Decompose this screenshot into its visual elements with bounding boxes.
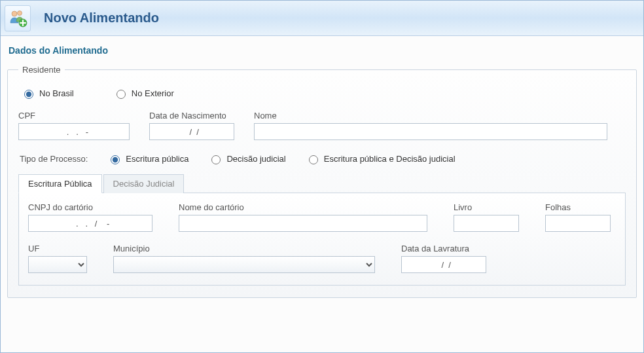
radio-label-ambos: Escritura pública e Decisão judicial <box>324 154 456 164</box>
label-municipio: Município <box>113 244 375 253</box>
tab-panel-escritura: CNPJ do cartório Nome do cartório Livro … <box>18 193 626 286</box>
label-data-lavratura: Data da Lavratura <box>401 244 486 253</box>
panel-row-1: CNPJ do cartório Nome do cartório Livro … <box>28 202 616 232</box>
field-cpf: CPF <box>18 111 130 140</box>
page-title: Novo Alimentando <box>44 10 159 26</box>
label-cpf: CPF <box>18 111 130 121</box>
radio-group-residente: No Brasil No Exterior <box>21 88 626 99</box>
tab-decisao-judicial[interactable]: Decisão Judicial <box>103 174 185 193</box>
select-municipio[interactable] <box>113 256 375 273</box>
svg-point-0 <box>12 11 17 16</box>
radio-label-no-brasil: No Brasil <box>39 88 74 98</box>
radio-no-brasil[interactable]: No Brasil <box>21 88 74 99</box>
svg-point-1 <box>18 10 22 15</box>
label-cnpj-cartorio: CNPJ do cartório <box>28 202 152 212</box>
input-data-lavratura[interactable] <box>401 256 486 273</box>
tabs-container: Escritura Pública Decisão Judicial <box>18 174 626 193</box>
radio-label-escritura: Escritura pública <box>126 154 188 164</box>
radio-decisao-judicial[interactable]: Decisão judicial <box>208 153 285 164</box>
field-data-nascimento: Data de Nascimento <box>149 111 234 140</box>
input-cnpj-cartorio[interactable] <box>28 215 152 232</box>
header-bar: Novo Alimentando <box>1 1 643 36</box>
label-livro: Livro <box>454 202 519 212</box>
section-title: Dados do Alimentando <box>9 45 637 56</box>
radio-input-escritura[interactable] <box>111 155 120 164</box>
input-folhas[interactable] <box>545 215 611 232</box>
tipo-processo-row: Tipo de Processo: Escritura pública Deci… <box>20 153 626 164</box>
window-frame: Novo Alimentando Dados do Alimentando Re… <box>0 0 644 353</box>
radio-escritura-decisao[interactable]: Escritura pública e Decisão judicial <box>306 153 456 164</box>
radio-input-decisao[interactable] <box>211 155 221 164</box>
label-folhas: Folhas <box>545 202 611 212</box>
tab-escritura-publica[interactable]: Escritura Pública <box>18 174 102 193</box>
field-folhas: Folhas <box>545 202 611 232</box>
legend-residente: Residente <box>18 65 65 75</box>
field-uf: UF <box>28 244 87 273</box>
field-livro: Livro <box>454 202 519 232</box>
fieldset-residente: Residente No Brasil No Exterior CPF Data <box>7 65 637 298</box>
field-data-lavratura: Data da Lavratura <box>401 244 486 273</box>
label-data-nascimento: Data de Nascimento <box>149 111 234 121</box>
input-cpf[interactable] <box>18 123 130 140</box>
label-nome: Nome <box>254 111 626 121</box>
label-tipo-processo: Tipo de Processo: <box>20 154 88 164</box>
people-add-icon <box>5 5 31 31</box>
select-uf[interactable] <box>28 256 87 273</box>
radio-input-no-exterior[interactable] <box>116 90 126 99</box>
input-nome-cartorio[interactable] <box>179 215 427 232</box>
radio-escritura-publica[interactable]: Escritura pública <box>107 153 188 164</box>
fields-row-main: CPF Data de Nascimento Nome <box>18 111 626 140</box>
label-uf: UF <box>28 244 87 253</box>
field-cnpj-cartorio: CNPJ do cartório <box>28 202 152 232</box>
radio-input-no-brasil[interactable] <box>24 90 33 99</box>
panel-row-2: UF Município Data da Lavratura <box>28 244 616 273</box>
radio-label-no-exterior: No Exterior <box>132 88 174 98</box>
input-livro[interactable] <box>454 215 519 232</box>
field-nome-cartorio: Nome do cartório <box>179 202 427 232</box>
radio-no-exterior[interactable]: No Exterior <box>113 88 174 99</box>
field-nome: Nome <box>254 111 626 140</box>
input-nome[interactable] <box>254 123 607 140</box>
field-municipio: Município <box>113 244 375 273</box>
label-nome-cartorio: Nome do cartório <box>179 202 427 212</box>
content-area: Dados do Alimentando Residente No Brasil… <box>1 36 643 305</box>
radio-label-decisao: Decisão judicial <box>226 154 285 164</box>
radio-input-ambos[interactable] <box>309 155 318 164</box>
input-data-nascimento[interactable] <box>149 123 234 140</box>
